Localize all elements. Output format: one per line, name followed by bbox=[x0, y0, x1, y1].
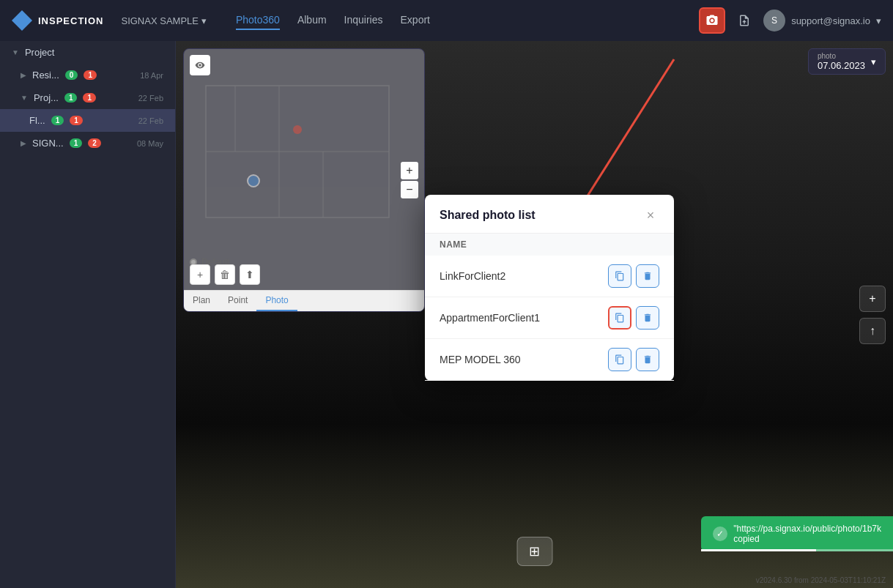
shared-list-item-2: MEP MODEL 360 bbox=[440, 354, 608, 365]
toast-notification: ✓ "https://pa.signax.io/public/photo/1b7… bbox=[701, 516, 893, 551]
upload-view-button[interactable]: ↑ bbox=[859, 318, 886, 344]
eye-icon[interactable] bbox=[190, 55, 210, 75]
check-symbol: ✓ bbox=[716, 529, 724, 539]
sidebar-resi-label: Resi... bbox=[32, 70, 59, 81]
sidebar-sign-label: SIGN... bbox=[32, 138, 64, 149]
sidebar-fl-label: Fl... bbox=[29, 115, 45, 126]
delete-link-button-0[interactable] bbox=[636, 264, 659, 288]
delete-link-button-2[interactable] bbox=[636, 348, 659, 371]
shared-list-item-0: LinkForClient2 bbox=[440, 270, 608, 282]
toast-message: "https://pa.signax.io/public/photo/1b7k bbox=[733, 524, 881, 534]
app-logo: INSPECTION bbox=[12, 10, 103, 31]
tab-photo[interactable]: Photo bbox=[256, 291, 297, 311]
date-badge-label: photo bbox=[818, 52, 865, 60]
content-area: + − Default + 🗑 ⬆ Plan Point Photo photo bbox=[176, 41, 893, 588]
badge-red-proj: 1 bbox=[83, 93, 96, 103]
map-zoom-controls: + − bbox=[401, 162, 418, 198]
nav-album[interactable]: Album bbox=[297, 11, 327, 30]
sidebar-sign-date: 08 May bbox=[137, 139, 163, 148]
camera-button[interactable] bbox=[699, 7, 725, 34]
sidebar-resi-date: 18 Apr bbox=[140, 71, 163, 80]
map-tabs: Plan Point Photo bbox=[184, 290, 424, 311]
share-button[interactable]: ⬆ bbox=[240, 264, 260, 285]
sidebar-proj-label: Proj... bbox=[34, 92, 59, 103]
user-profile[interactable]: S support@signax.io ▾ bbox=[763, 10, 881, 31]
toast-sub-message: copied bbox=[733, 534, 881, 544]
header-right: S support@signax.io ▾ bbox=[699, 7, 881, 34]
sidebar-project-label: Project bbox=[25, 47, 54, 58]
chevron-down-icon: ▼ bbox=[12, 48, 19, 56]
badge-green-sign: 1 bbox=[70, 138, 83, 148]
modal-title: Shared photo list bbox=[440, 209, 536, 222]
chevron-down-icon-proj: ▼ bbox=[21, 94, 28, 102]
modal-close-button[interactable]: × bbox=[642, 206, 659, 224]
tab-plan[interactable]: Plan bbox=[184, 291, 219, 311]
svg-point-5 bbox=[293, 125, 302, 134]
date-chevron-icon: ▾ bbox=[871, 56, 876, 67]
user-email: support@signax.io bbox=[791, 15, 870, 26]
sidebar-item-sign[interactable]: ▶ SIGN... 1 2 08 May bbox=[0, 132, 175, 155]
map-action-buttons: + 🗑 ⬆ bbox=[190, 264, 260, 285]
modal-row-1-actions bbox=[608, 306, 659, 330]
nav-export[interactable]: Export bbox=[401, 11, 430, 30]
toast-check-icon: ✓ bbox=[713, 526, 727, 541]
delete-point-button[interactable]: 🗑 bbox=[215, 264, 235, 285]
toast-progress-bar bbox=[701, 549, 816, 551]
toast-message-container: "https://pa.signax.io/public/photo/1b7k … bbox=[733, 524, 881, 544]
chevron-right-icon: ▶ bbox=[21, 71, 26, 79]
sidebar-item-proj[interactable]: ▼ Proj... 1 1 22 Feb bbox=[0, 86, 175, 109]
nav-photo360[interactable]: Photo360 bbox=[236, 11, 280, 30]
zoom-out-button[interactable]: − bbox=[401, 181, 418, 198]
sidebar-item-resi[interactable]: ▶ Resi... 0 1 18 Apr bbox=[0, 64, 175, 86]
main-layout: ▼ Project ▶ Resi... 0 1 18 Apr ▼ Proj...… bbox=[0, 41, 893, 588]
shared-list-item-1: AppartmentForClient1 bbox=[440, 312, 608, 324]
main-nav: Photo360 Album Inquiries Export bbox=[236, 11, 430, 30]
app-name: INSPECTION bbox=[38, 15, 103, 26]
project-label: SIGNAX SAMPLE bbox=[121, 15, 198, 26]
modal-row-0-actions bbox=[608, 264, 659, 288]
sidebar-proj-date: 22 Feb bbox=[138, 94, 163, 103]
version-text: v2024.6.30 from 2024-05-03T11:10:21Z bbox=[756, 576, 886, 584]
logo-icon bbox=[12, 10, 32, 31]
modal-row-0: LinkForClient2 bbox=[425, 256, 674, 297]
add-point-button[interactable]: + bbox=[190, 264, 210, 285]
modal-row-2-actions bbox=[608, 348, 659, 371]
sidebar-item-fl[interactable]: Fl... 1 1 22 Feb bbox=[0, 109, 175, 132]
map-panel: + − Default + 🗑 ⬆ Plan Point Photo bbox=[183, 48, 425, 312]
avatar: S bbox=[763, 10, 785, 31]
nav-inquiries[interactable]: Inquiries bbox=[344, 11, 383, 30]
toast-progress-bar-container bbox=[701, 549, 893, 551]
copy-link-button-0[interactable] bbox=[608, 264, 631, 288]
split-view-button[interactable]: ⊞ bbox=[516, 537, 552, 566]
badge-red-fl: 1 bbox=[70, 116, 83, 125]
zoom-in-button[interactable]: + bbox=[401, 162, 418, 179]
date-badge-content: photo 07.06.2023 bbox=[818, 52, 865, 71]
bottom-center-control: ⊞ bbox=[516, 537, 552, 566]
sidebar-fl-date: 22 Feb bbox=[138, 116, 163, 125]
sidebar: ▼ Project ▶ Resi... 0 1 18 Apr ▼ Proj...… bbox=[0, 41, 176, 588]
svg-point-6 bbox=[248, 175, 259, 187]
header: INSPECTION SIGNAX SAMPLE ▾ Photo360 Albu… bbox=[0, 0, 893, 41]
date-badge[interactable]: photo 07.06.2023 ▾ bbox=[808, 48, 886, 75]
tab-point[interactable]: Point bbox=[219, 291, 256, 311]
project-chevron-icon: ▾ bbox=[201, 15, 207, 26]
chevron-right-icon-sign: ▶ bbox=[21, 139, 26, 147]
modal-header: Shared photo list × bbox=[425, 195, 674, 234]
delete-link-button-1[interactable] bbox=[636, 306, 659, 330]
zoom-in-view-button[interactable]: + bbox=[859, 286, 886, 312]
right-controls: + ↑ bbox=[859, 286, 886, 344]
modal-row-1: AppartmentForClient1 bbox=[425, 297, 674, 339]
copy-link-button-1[interactable] bbox=[608, 306, 631, 330]
copy-link-button-2[interactable] bbox=[608, 348, 631, 371]
modal-column-header: Name bbox=[425, 234, 674, 256]
shared-photo-modal: Shared photo list × Name LinkForClient2 bbox=[425, 195, 674, 381]
upload-button[interactable] bbox=[731, 7, 757, 34]
map-eye-toggle[interactable] bbox=[190, 55, 210, 75]
badge-green-resi: 0 bbox=[65, 70, 78, 80]
badge-red-sign: 2 bbox=[88, 138, 101, 148]
modal-row-2: MEP MODEL 360 bbox=[425, 339, 674, 381]
badge-green-proj: 1 bbox=[64, 93, 78, 103]
project-selector[interactable]: SIGNAX SAMPLE ▾ bbox=[121, 15, 206, 26]
sidebar-item-project[interactable]: ▼ Project bbox=[0, 41, 175, 64]
floor-plan-svg bbox=[191, 71, 404, 247]
